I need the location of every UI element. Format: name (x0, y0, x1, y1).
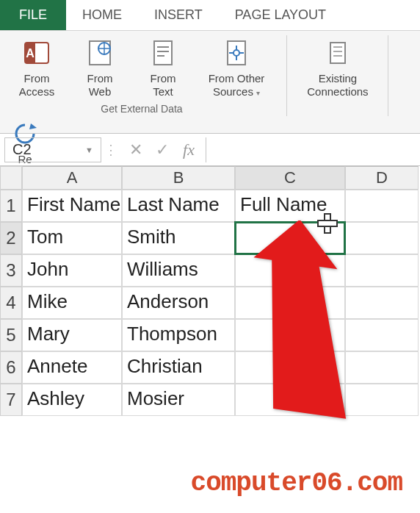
from-other-sources-label: From Other Sources ▾ (209, 72, 265, 98)
cell-a1[interactable]: First Name (22, 190, 122, 222)
group-separator (286, 35, 287, 116)
col-header-c[interactable]: C (235, 166, 345, 190)
cell-b4[interactable]: Anderson (122, 287, 235, 319)
row-header-6[interactable]: 6 (0, 351, 22, 384)
web-icon (84, 37, 116, 69)
from-access-button[interactable]: A From Access (10, 37, 63, 98)
col-header-b[interactable]: B (122, 166, 235, 190)
cell-a6[interactable]: Annete (22, 351, 122, 384)
dropdown-caret-icon: ▾ (256, 89, 260, 97)
cell-b6[interactable]: Christian (122, 351, 235, 384)
existing-connections-label: Existing Connections (307, 72, 368, 98)
cell-a3[interactable]: John (22, 254, 122, 287)
tab-file[interactable]: FILE (0, 0, 66, 30)
svg-rect-7 (154, 41, 172, 65)
from-web-button[interactable]: From Web (73, 37, 126, 98)
cell-d1[interactable] (345, 190, 419, 222)
row-header-5[interactable]: 5 (0, 319, 22, 351)
connections-icon (322, 37, 354, 69)
formula-bar-dots-icon: ⋮ (103, 142, 119, 158)
svg-rect-17 (330, 43, 345, 63)
from-text-label: From Text (151, 72, 176, 98)
access-icon: A (21, 37, 53, 69)
cell-b5[interactable]: Thompson (122, 319, 235, 351)
cell-a2[interactable]: Tom (22, 222, 122, 254)
cell-c1[interactable]: Full Name (235, 190, 345, 222)
formula-input[interactable] (206, 137, 420, 162)
row-header-3[interactable]: 3 (0, 254, 22, 287)
from-web-label: From Web (87, 72, 113, 98)
row-header-2[interactable]: 2 (0, 222, 22, 254)
row-header-4[interactable]: 4 (0, 287, 22, 319)
tab-insert[interactable]: INSERT (138, 0, 219, 30)
from-text-button[interactable]: From Text (137, 37, 189, 98)
group-connections: Existing Connections (297, 35, 379, 100)
name-box-dropdown-icon[interactable]: ▼ (85, 146, 93, 154)
from-access-label: From Access (19, 72, 54, 98)
group-label-external-data: Get External Data (6, 103, 278, 115)
text-file-icon (147, 37, 179, 69)
cell-a5[interactable]: Mary (22, 319, 122, 351)
select-all-corner[interactable] (0, 166, 22, 190)
group-get-external-data: A From Access From Web From Text (6, 35, 278, 115)
cancel-formula-button[interactable]: ✕ (123, 137, 148, 162)
insert-function-button[interactable]: fx (176, 137, 201, 162)
cell-b2[interactable]: Smith (122, 222, 235, 254)
ribbon: A From Access From Web From Text (0, 31, 420, 134)
row-header-7[interactable]: 7 (0, 384, 22, 416)
watermark-text: computer06.com (191, 468, 402, 498)
row-header-1[interactable]: 1 (0, 190, 22, 222)
tab-pagelayout[interactable]: PAGE LAYOUT (219, 0, 342, 30)
cell-b7[interactable]: Mosier (122, 384, 235, 416)
existing-connections-button[interactable]: Existing Connections (301, 37, 374, 98)
from-other-sources-button[interactable]: From Other Sources ▾ (200, 37, 273, 98)
tab-home[interactable]: HOME (66, 0, 138, 30)
cell-a4[interactable]: Mike (22, 287, 122, 319)
other-sources-icon (220, 37, 253, 69)
col-header-d[interactable]: D (345, 166, 419, 190)
cell-a7[interactable]: Ashley (22, 384, 122, 416)
col-header-a[interactable]: A (22, 166, 122, 190)
ribbon-tabs: FILE HOME INSERT PAGE LAYOUT (0, 0, 420, 31)
svg-marker-22 (242, 220, 372, 419)
svg-marker-21 (29, 123, 37, 129)
name-box-value: C2 (12, 141, 32, 158)
cell-b1[interactable]: Last Name (122, 190, 235, 222)
cell-b3[interactable]: Williams (122, 254, 235, 287)
formula-bar: C2 ▼ ⋮ ✕ ✓ fx (0, 134, 420, 166)
enter-formula-button[interactable]: ✓ (150, 137, 175, 162)
annotation-arrow (242, 220, 382, 441)
svg-text:A: A (26, 47, 35, 60)
group-separator-2 (388, 35, 388, 116)
name-box[interactable]: C2 ▼ (4, 137, 101, 162)
